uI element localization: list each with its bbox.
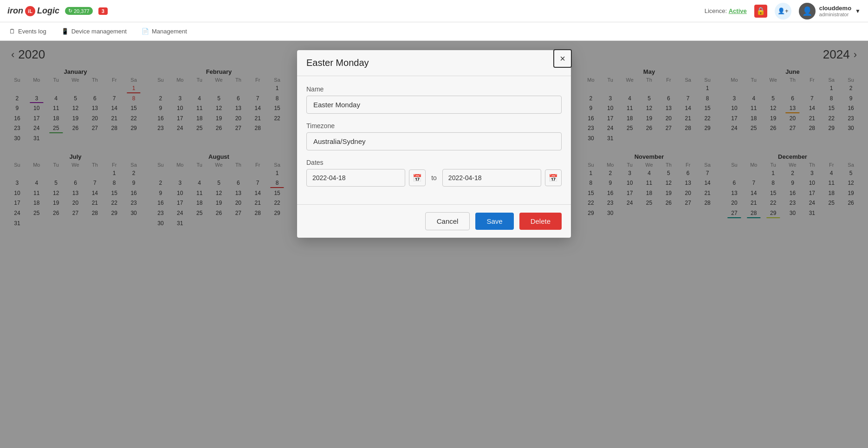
timezone-field-group: Timezone <box>306 122 562 150</box>
calendar-background: ‹ 2020 2024 › January SuMoTuWeThFrSa 1 2… <box>0 41 868 448</box>
modal-title: Easter Monday <box>306 58 369 68</box>
device-management-icon: 📱 <box>61 28 69 35</box>
name-field-group: Name <box>306 85 562 114</box>
name-input[interactable] <box>306 96 562 114</box>
add-user-button[interactable]: 👤+ <box>775 3 791 19</box>
modal-footer: Cancel Save Delete <box>297 204 571 238</box>
date-to-input[interactable] <box>442 169 541 187</box>
save-button[interactable]: Save <box>475 213 513 230</box>
management-icon: 📄 <box>142 28 149 35</box>
logo: iron iL Logic <box>7 6 59 16</box>
date-from-input[interactable] <box>306 169 405 187</box>
refresh-icon: ↻ <box>68 8 72 14</box>
badge-count: ↻ 20,377 <box>65 7 93 15</box>
close-button[interactable]: × <box>553 49 572 68</box>
licence-text: Licence: Active <box>705 7 747 14</box>
date-from-calendar-button[interactable]: 📅 <box>409 169 426 186</box>
dates-row: 📅 to 📅 <box>306 169 562 187</box>
user-details: clouddemo administrator <box>819 5 851 17</box>
modal-header: Easter Monday × <box>297 50 571 76</box>
badge-alert: 3 <box>98 7 108 15</box>
licence-status[interactable]: Active <box>729 7 747 14</box>
name-label: Name <box>306 85 562 93</box>
dates-field-group: Dates 📅 to 📅 <box>306 159 562 187</box>
logo-logic: Logic <box>37 6 59 16</box>
modal-overlay: Easter Monday × Name Timezone Dates 📅 <box>0 41 868 448</box>
events-log-icon: 🗒 <box>9 28 15 35</box>
topbar: iron iL Logic ↻ 20,377 3 Licence: Active… <box>0 0 868 22</box>
user-role: administrator <box>819 12 851 17</box>
delete-button[interactable]: Delete <box>519 213 562 230</box>
nav-events-log[interactable]: 🗒 Events log <box>7 28 48 35</box>
chevron-down-icon[interactable]: ▼ <box>855 8 861 14</box>
logo-icon: iL <box>25 6 35 16</box>
cancel-button[interactable]: Cancel <box>425 212 470 230</box>
lock-icon[interactable]: 🔒 <box>754 5 767 18</box>
navbar: 🗒 Events log 📱 Device management 📄 Manag… <box>0 22 868 41</box>
nav-device-management[interactable]: 📱 Device management <box>59 28 129 35</box>
username: clouddemo <box>819 5 851 12</box>
to-label: to <box>429 174 439 182</box>
dates-label: Dates <box>306 159 562 166</box>
nav-management[interactable]: 📄 Management <box>140 28 189 35</box>
modal: Easter Monday × Name Timezone Dates 📅 <box>297 50 571 238</box>
logo-iron: iron <box>7 6 23 16</box>
timezone-label: Timezone <box>306 122 562 130</box>
topbar-right: Licence: Active 🔒 👤+ 👤 clouddemo adminis… <box>705 3 861 19</box>
modal-body: Name Timezone Dates 📅 to 📅 <box>297 76 571 204</box>
avatar: 👤 <box>799 3 816 19</box>
timezone-input[interactable] <box>306 132 562 150</box>
date-to-calendar-button[interactable]: 📅 <box>545 169 562 186</box>
user-info: 👤 clouddemo administrator ▼ <box>799 3 861 19</box>
